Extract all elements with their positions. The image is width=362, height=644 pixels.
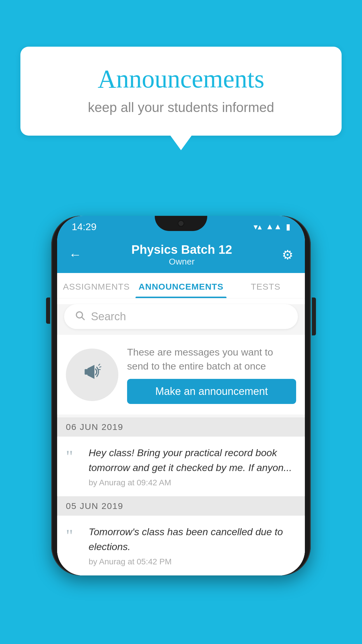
phone-notch xyxy=(155,216,207,231)
bubble-subtitle: keep all your students informed xyxy=(44,99,318,115)
announcement-meta-2: by Anurag at 05:42 PM xyxy=(89,557,296,566)
search-icon xyxy=(75,310,85,323)
phone-wrapper: 14:29 ▾▴ ▲▲ ▮ ← Physics Batch 12 Owner ⚙ xyxy=(51,210,311,581)
svg-rect-3 xyxy=(85,369,88,374)
app-header: ← Physics Batch 12 Owner ⚙ xyxy=(57,236,305,273)
date-separator-1: 06 JUN 2019 xyxy=(57,417,305,437)
announcement-meta-1: by Anurag at 09:42 AM xyxy=(89,478,296,487)
svg-line-4 xyxy=(99,364,100,365)
back-button[interactable]: ← xyxy=(69,247,82,262)
announcement-text-2: Tomorrow's class has been cancelled due … xyxy=(89,524,296,554)
camera-dot xyxy=(178,220,184,227)
search-bar[interactable]: Search xyxy=(64,304,298,329)
header-subtitle: Owner xyxy=(131,257,232,267)
search-placeholder: Search xyxy=(91,310,126,323)
megaphone-circle xyxy=(66,349,118,401)
announcement-content-1: Hey class! Bring your practical record b… xyxy=(89,445,296,487)
header-title: Physics Batch 12 xyxy=(131,243,232,257)
cta-right: These are messages you want to send to t… xyxy=(127,345,296,404)
signal-icon: ▲▲ xyxy=(266,222,282,231)
speech-bubble-card: Announcements keep all your students inf… xyxy=(20,47,342,136)
date-separator-2: 05 JUN 2019 xyxy=(57,496,305,516)
bubble-title: Announcements xyxy=(44,64,318,94)
quote-icon-2: " xyxy=(66,527,80,544)
cta-description: These are messages you want to send to t… xyxy=(127,345,296,373)
announcement-item-1[interactable]: " Hey class! Bring your practical record… xyxy=(57,437,305,496)
announcement-content-2: Tomorrow's class has been cancelled due … xyxy=(89,524,296,566)
tab-announcements[interactable]: ANNOUNCEMENTS xyxy=(136,273,226,298)
header-title-group: Physics Batch 12 Owner xyxy=(131,243,232,267)
tabs-bar: ASSIGNMENTS ANNOUNCEMENTS TESTS xyxy=(57,273,305,298)
settings-icon[interactable]: ⚙ xyxy=(282,247,293,262)
phone-outer: 14:29 ▾▴ ▲▲ ▮ ← Physics Batch 12 Owner ⚙ xyxy=(51,216,311,575)
tab-tests[interactable]: TESTS xyxy=(226,273,305,298)
announcement-text-1: Hey class! Bring your practical record b… xyxy=(89,445,296,475)
svg-marker-2 xyxy=(87,365,94,379)
announcement-item-2[interactable]: " Tomorrow's class has been cancelled du… xyxy=(57,516,305,575)
status-icons: ▾▴ ▲▲ ▮ xyxy=(254,222,290,232)
make-announcement-button[interactable]: Make an announcement xyxy=(127,379,296,404)
status-time: 14:29 xyxy=(72,221,96,232)
quote-icon-1: " xyxy=(66,448,80,465)
announcement-cta-card: These are messages you want to send to t… xyxy=(57,335,305,414)
wifi-icon: ▾▴ xyxy=(254,222,262,232)
content-area: Search xyxy=(57,304,305,575)
phone-screen: 14:29 ▾▴ ▲▲ ▮ ← Physics Batch 12 Owner ⚙ xyxy=(57,216,305,575)
megaphone-icon xyxy=(80,360,104,389)
battery-icon: ▮ xyxy=(286,222,290,232)
svg-line-5 xyxy=(100,367,101,367)
tab-assignments[interactable]: ASSIGNMENTS xyxy=(57,273,136,298)
speech-bubble-section: Announcements keep all your students inf… xyxy=(20,47,342,136)
svg-line-1 xyxy=(82,317,84,320)
